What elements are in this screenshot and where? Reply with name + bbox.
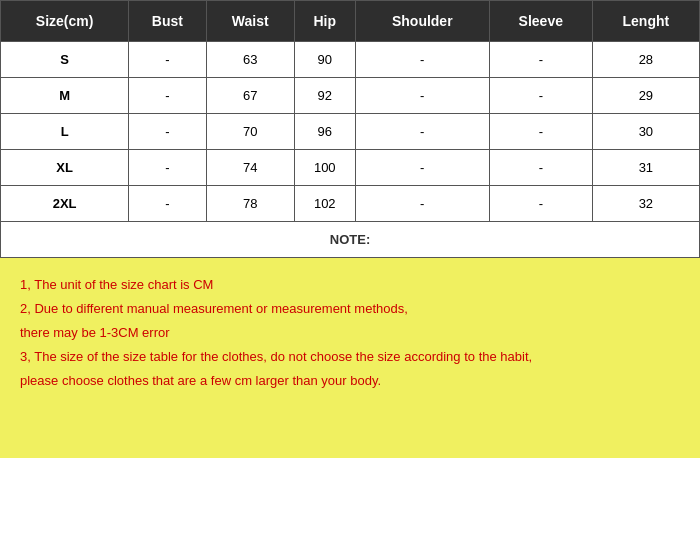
cell-size: M: [1, 78, 129, 114]
cell-shoulder: -: [355, 42, 489, 78]
cell-sleeve: -: [489, 78, 592, 114]
cell-size: XL: [1, 150, 129, 186]
table-row: S - 63 90 - - 28: [1, 42, 700, 78]
header-hip: Hip: [294, 1, 355, 42]
cell-sleeve: -: [489, 150, 592, 186]
cell-length: 28: [592, 42, 699, 78]
cell-size: L: [1, 114, 129, 150]
table-row: L - 70 96 - - 30: [1, 114, 700, 150]
table-header-row: Size(cm) Bust Waist Hip Shoulder Sleeve …: [1, 1, 700, 42]
note-line-1: 1, The unit of the size chart is CM: [20, 274, 680, 296]
note-row: NOTE:: [1, 222, 700, 258]
table-row: M - 67 92 - - 29: [1, 78, 700, 114]
header-length: Lenght: [592, 1, 699, 42]
notes-section: 1, The unit of the size chart is CM 2, D…: [0, 258, 700, 458]
cell-hip: 92: [294, 78, 355, 114]
cell-hip: 90: [294, 42, 355, 78]
cell-bust: -: [129, 42, 206, 78]
cell-length: 32: [592, 186, 699, 222]
header-bust: Bust: [129, 1, 206, 42]
header-size: Size(cm): [1, 1, 129, 42]
cell-waist: 74: [206, 150, 294, 186]
cell-size: S: [1, 42, 129, 78]
cell-hip: 96: [294, 114, 355, 150]
cell-shoulder: -: [355, 186, 489, 222]
main-container: Size(cm) Bust Waist Hip Shoulder Sleeve …: [0, 0, 700, 458]
cell-shoulder: -: [355, 114, 489, 150]
header-sleeve: Sleeve: [489, 1, 592, 42]
header-shoulder: Shoulder: [355, 1, 489, 42]
cell-sleeve: -: [489, 114, 592, 150]
cell-length: 31: [592, 150, 699, 186]
note-line-3: there may be 1-3CM error: [20, 322, 680, 344]
cell-hip: 100: [294, 150, 355, 186]
cell-bust: -: [129, 78, 206, 114]
cell-sleeve: -: [489, 42, 592, 78]
cell-waist: 70: [206, 114, 294, 150]
size-chart-table: Size(cm) Bust Waist Hip Shoulder Sleeve …: [0, 0, 700, 258]
header-waist: Waist: [206, 1, 294, 42]
cell-shoulder: -: [355, 78, 489, 114]
cell-waist: 67: [206, 78, 294, 114]
note-line-2: 2, Due to different manual measurement o…: [20, 298, 680, 320]
note-line-5: please choose clothes that are a few cm …: [20, 370, 680, 392]
cell-length: 30: [592, 114, 699, 150]
cell-bust: -: [129, 114, 206, 150]
cell-size: 2XL: [1, 186, 129, 222]
cell-shoulder: -: [355, 150, 489, 186]
cell-waist: 78: [206, 186, 294, 222]
cell-waist: 63: [206, 42, 294, 78]
cell-bust: -: [129, 150, 206, 186]
cell-length: 29: [592, 78, 699, 114]
cell-hip: 102: [294, 186, 355, 222]
table-row: 2XL - 78 102 - - 32: [1, 186, 700, 222]
cell-sleeve: -: [489, 186, 592, 222]
note-cell: NOTE:: [1, 222, 700, 258]
note-line-4: 3, The size of the size table for the cl…: [20, 346, 680, 368]
table-row: XL - 74 100 - - 31: [1, 150, 700, 186]
cell-bust: -: [129, 186, 206, 222]
